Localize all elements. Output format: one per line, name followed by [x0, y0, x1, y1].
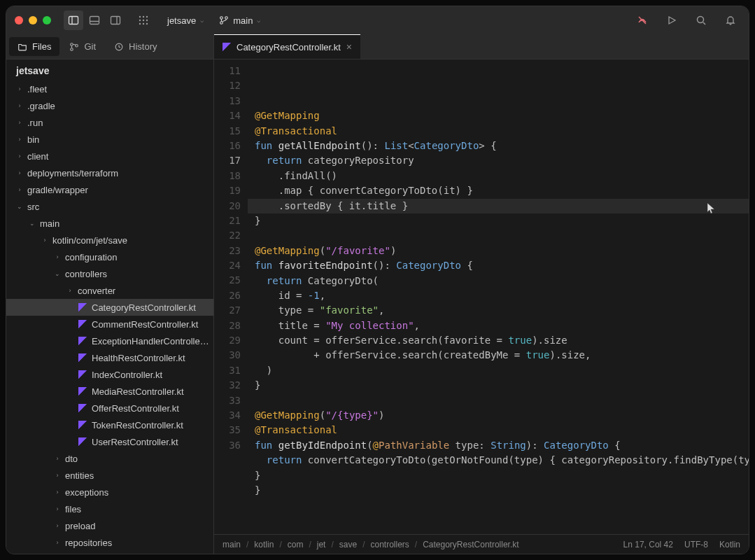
tree-file[interactable]: IndexController.kt — [6, 366, 213, 383]
language[interactable]: Kotlin — [719, 540, 740, 550]
file-tab[interactable]: CategoryRestController.kt × — [214, 34, 360, 59]
code-line[interactable] — [248, 228, 749, 243]
code-line[interactable]: fun getAllEndpoint(): List<CategoryDto> … — [248, 139, 749, 153]
chevron-icon: › — [54, 472, 61, 479]
kotlin-icon — [78, 319, 87, 329]
panel-right-icon[interactable] — [106, 10, 125, 30]
tree-folder[interactable]: ›.gradle — [6, 97, 213, 114]
tree-file[interactable]: CommentRestController.kt — [6, 316, 213, 332]
project-picker[interactable]: jetsave ⌵ — [167, 15, 204, 26]
tree-folder[interactable]: ›preload — [6, 517, 213, 534]
tree-folder[interactable]: ⌄src — [6, 198, 213, 215]
cursor-position[interactable]: Ln 17, Col 42 — [623, 540, 673, 550]
breadcrumb-segment[interactable]: CategoryRestController.kt — [423, 540, 518, 550]
tree-folder[interactable]: ›kotlin/com/jet/save — [6, 232, 213, 248]
tree-folder[interactable]: ›dto — [6, 450, 213, 467]
code-line[interactable] — [248, 393, 749, 408]
tree-folder[interactable]: ›bin — [6, 131, 213, 148]
svg-line-18 — [639, 17, 646, 24]
apps-icon[interactable] — [134, 10, 153, 30]
chevron-icon: ⌄ — [54, 270, 61, 277]
svg-point-11 — [146, 20, 148, 21]
code-line[interactable]: .findAll() — [248, 169, 749, 183]
tree-folder[interactable]: ›client — [6, 148, 213, 164]
code-line[interactable]: @GetMapping — [248, 108, 749, 123]
tree-folder[interactable]: ›.run — [6, 114, 213, 131]
tree-folder[interactable]: ›repositories — [6, 534, 213, 551]
panel-bottom-icon[interactable] — [85, 10, 104, 30]
close-window-button[interactable] — [15, 16, 23, 24]
code-line[interactable]: return CategoryDto( — [248, 274, 749, 288]
tree-file[interactable]: OfferRestController.kt — [6, 400, 213, 416]
breadcrumb-segment[interactable]: main — [223, 540, 241, 550]
tree-folder[interactable]: ›gradle/wrapper — [6, 181, 213, 198]
tree-label: converter — [78, 286, 115, 296]
code-line[interactable]: count = offerService.search(favorite = t… — [248, 333, 749, 348]
breadcrumb-segment[interactable]: controllers — [370, 540, 409, 550]
bell-icon[interactable] — [721, 10, 740, 30]
sidebar-tab-history[interactable]: History — [106, 37, 165, 56]
svg-point-13 — [143, 23, 144, 24]
close-icon[interactable]: × — [346, 41, 352, 52]
tree-folder[interactable]: ›deployments/terraform — [6, 164, 213, 181]
kotlin-icon — [78, 353, 87, 363]
search-icon[interactable] — [691, 10, 711, 30]
code-line[interactable]: .sortedBy { it.title } — [248, 199, 749, 214]
tree-file[interactable]: TokenRestController.kt — [6, 416, 213, 433]
code-line[interactable]: } — [248, 378, 749, 393]
breadcrumb-segment[interactable]: jet — [317, 540, 326, 550]
encoding[interactable]: UTF-8 — [684, 540, 708, 550]
code-line[interactable]: @Transactional — [248, 423, 749, 438]
code-line[interactable]: return convertCategoryToDto(getOrNotFoun… — [248, 453, 749, 468]
connection-icon[interactable] — [633, 10, 652, 30]
code-line[interactable]: } — [248, 214, 749, 228]
code-line[interactable]: } — [248, 483, 749, 498]
tree-folder[interactable]: ›converter — [6, 282, 213, 299]
code-line[interactable]: id = -1, — [248, 288, 749, 303]
code-line[interactable]: .map { convertCategoryToDto(it) } — [248, 183, 749, 198]
sidebar-tab-files[interactable]: Files — [9, 37, 59, 56]
code-line[interactable]: type = "favorite", — [248, 303, 749, 318]
breadcrumb-segment[interactable]: kotlin — [254, 540, 274, 550]
tree-folder[interactable]: ›configuration — [6, 248, 213, 265]
code-line[interactable]: @Transactional — [248, 124, 749, 139]
branch-picker[interactable]: main ⌵ — [219, 15, 260, 26]
breadcrumb[interactable]: main/kotlin/com/jet/save/controllers/Cat… — [223, 540, 519, 550]
code-line[interactable]: return categoryRepository — [248, 153, 749, 168]
code-line[interactable]: ) — [248, 363, 749, 378]
tree-file[interactable]: CategoryRestController.kt — [6, 299, 213, 316]
minimize-window-button[interactable] — [29, 16, 37, 24]
code-line[interactable]: fun getByIdEndpoint(@PathVariable type: … — [248, 438, 749, 453]
run-icon[interactable] — [662, 10, 682, 30]
tree-file[interactable]: HealthRestController.kt — [6, 349, 213, 366]
tree-label: src — [27, 202, 39, 212]
code-line[interactable]: @GetMapping("/favorite") — [248, 244, 749, 258]
branch-icon — [219, 15, 229, 25]
sidebar-tab-label: Files — [32, 41, 51, 52]
breadcrumb-segment[interactable]: save — [339, 540, 357, 550]
tree-file[interactable]: MediaRestController.kt — [6, 383, 213, 400]
breadcrumb-segment[interactable]: com — [288, 540, 304, 550]
svg-rect-4 — [111, 17, 120, 24]
tree-folder[interactable]: ›files — [6, 500, 213, 517]
tree-folder[interactable]: ⌄controllers — [6, 265, 213, 282]
panel-left-icon[interactable] — [64, 10, 83, 30]
tree-folder[interactable]: ›entities — [6, 467, 213, 484]
tree-file[interactable]: ExceptionHandlerControlle… — [6, 332, 213, 349]
file-tree[interactable]: ›.fleet›.gradle›.run›bin›client›deployme… — [6, 80, 213, 554]
tree-folder[interactable]: ›.fleet — [6, 80, 213, 97]
kotlin-icon — [78, 302, 87, 312]
code-line[interactable]: } — [248, 468, 749, 483]
tree-folder[interactable]: ⌄main — [6, 215, 213, 232]
code-line[interactable]: fun favoriteEndpoint(): CategoryDto { — [248, 258, 749, 273]
tree-folder[interactable]: ›security — [6, 551, 213, 554]
tree-folder[interactable]: ›exceptions — [6, 484, 213, 500]
tree-file[interactable]: UserRestController.kt — [6, 433, 213, 450]
code-line[interactable]: title = "My collection", — [248, 318, 749, 333]
code-line[interactable]: + offerService.search(createdByMe = true… — [248, 348, 749, 363]
maximize-window-button[interactable] — [43, 16, 51, 24]
code-area[interactable]: @GetMapping@Transactionalfun getAllEndpo… — [248, 59, 749, 534]
code-line[interactable]: @GetMapping("/{type}") — [248, 408, 749, 423]
sidebar-tab-git[interactable]: Git — [61, 37, 104, 56]
tree-label: gradle/wrapper — [27, 185, 88, 195]
